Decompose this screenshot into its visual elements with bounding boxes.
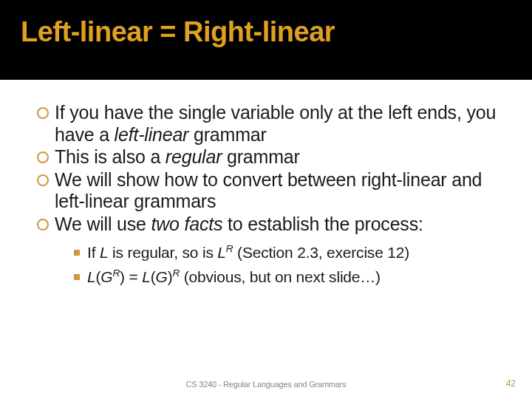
bullet-item: We will use two facts to establish the p… [37,214,510,290]
sub-item: L(GR) = L(G)R (obvious, but on next slid… [72,265,510,290]
bullet-text: to establish the process: [222,214,423,234]
bullet-item: We will show how to convert between righ… [37,169,510,213]
slide-title: Left-linear = Right-linear [21,16,532,48]
bullet-text: We will use [55,214,151,234]
sub-var: L [100,244,108,261]
sub-var: L [142,268,150,285]
footer-text: CS 3240 - Regular Languages and Grammars [185,380,346,389]
sub-sup: R [112,267,120,279]
sub-var: G [100,268,112,285]
bullet-item: This is also a regular grammar [37,146,510,168]
footer: CS 3240 - Regular Languages and Grammars [0,380,532,389]
bullet-text: grammar [188,124,266,145]
title-band: Left-linear = Right-linear [0,0,532,80]
sub-text: (Section 2.3, exercise 12) [233,244,409,261]
bullet-list: If you have the single variable only at … [37,102,510,289]
page-number: 42 [506,378,516,389]
bullet-item: If you have the single variable only at … [37,102,510,146]
sub-text: is regular, so is [108,244,217,261]
sub-var: L [217,244,225,261]
sub-text: ) = [120,268,142,285]
slide-content: If you have the single variable only at … [0,80,532,289]
bullet-text: grammar [222,146,299,167]
sub-text: ( [151,268,156,285]
sub-text: (obvious, but on next slide…) [180,268,381,285]
bullet-text: We will show how to convert between righ… [55,169,482,212]
bullet-emph: two facts [151,214,223,234]
sub-text: If [87,244,100,261]
sub-sup: R [172,267,180,279]
bullet-emph: left-linear [115,124,189,145]
sub-item: If L is regular, so is LR (Section 2.3, … [72,241,510,265]
sub-list: If L is regular, so is LR (Section 2.3, … [72,241,510,289]
sub-var: L [87,268,95,285]
bullet-text: This is also a [55,146,166,167]
sub-var: G [156,268,168,285]
bullet-emph: regular [166,146,222,167]
